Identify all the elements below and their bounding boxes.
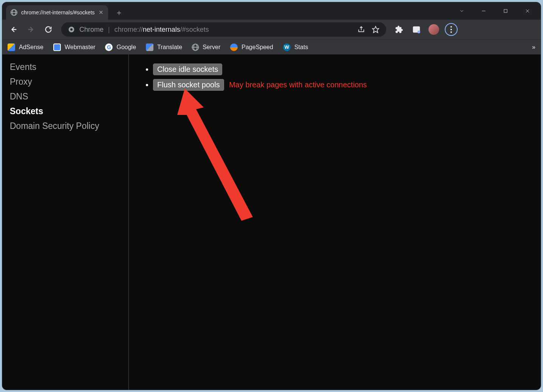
omnibox-label: Chrome xyxy=(79,26,104,34)
back-button[interactable] xyxy=(6,22,21,37)
list-item: Close idle sockets xyxy=(153,64,526,75)
address-bar[interactable]: Chrome | chrome://net-internals/#sockets xyxy=(61,22,386,37)
sidebar-item-domain-security[interactable]: Domain Security Policy xyxy=(2,119,128,133)
adsense-icon xyxy=(8,43,15,51)
socket-actions-list: Close idle sockets Flush socket pools Ma… xyxy=(144,64,526,91)
maximize-button[interactable] xyxy=(495,3,517,19)
bookmark-adsense[interactable]: AdSense xyxy=(8,43,43,51)
reload-button[interactable] xyxy=(41,22,56,37)
flush-warning-text: May break pages with active connections xyxy=(229,81,367,89)
share-icon[interactable] xyxy=(357,26,365,33)
bookmark-stats[interactable]: W Stats xyxy=(283,43,308,51)
svg-marker-12 xyxy=(177,88,253,221)
webmaster-icon xyxy=(53,43,61,51)
bookmark-star-icon[interactable] xyxy=(372,26,379,33)
new-tab-button[interactable]: ＋ xyxy=(113,7,125,18)
toolbar: Chrome | chrome://net-internals/#sockets xyxy=(2,20,541,39)
google-icon: G xyxy=(105,43,113,51)
net-internals-sidebar: Events Proxy DNS Sockets Domain Security… xyxy=(2,54,129,390)
sidebar-item-events[interactable]: Events xyxy=(2,60,128,74)
browser-window: chrome://net-internals/#sockets ✕ ＋ xyxy=(2,2,541,390)
bookmark-google[interactable]: G Google xyxy=(105,43,136,51)
globe-icon xyxy=(11,9,17,16)
page-content: Events Proxy DNS Sockets Domain Security… xyxy=(2,54,541,390)
wordpress-icon: W xyxy=(283,43,291,51)
svg-point-7 xyxy=(70,28,73,31)
omnibox-url: chrome://net-internals/#sockets xyxy=(114,26,209,34)
url-path: /#sockets xyxy=(180,26,209,33)
bookmark-webmaster[interactable]: Webmaster xyxy=(53,43,96,51)
bookmark-label: Server xyxy=(203,44,220,51)
sidebar-item-proxy[interactable]: Proxy xyxy=(2,74,128,89)
flush-socket-pools-button[interactable]: Flush socket pools xyxy=(153,79,224,91)
main-panel: Close idle sockets Flush socket pools Ma… xyxy=(129,54,541,390)
svg-marker-8 xyxy=(373,26,379,33)
sidepanel-icon[interactable] xyxy=(409,22,424,37)
svg-rect-1 xyxy=(504,9,507,12)
menu-button[interactable] xyxy=(444,22,459,37)
browser-tab[interactable]: chrome://net-internals/#sockets ✕ xyxy=(6,5,108,20)
tab-strip: chrome://net-internals/#sockets ✕ ＋ xyxy=(2,2,541,20)
sidebar-item-dns[interactable]: DNS xyxy=(2,89,128,104)
annotation-arrow-icon xyxy=(170,88,268,225)
close-idle-sockets-button[interactable]: Close idle sockets xyxy=(153,64,222,75)
tab-search-button[interactable] xyxy=(451,3,473,19)
pagespeed-icon xyxy=(230,43,238,51)
tab-title: chrome://net-internals/#sockets xyxy=(21,9,95,15)
close-window-button[interactable] xyxy=(517,3,538,19)
bookmark-translate[interactable]: Translate xyxy=(146,43,182,51)
omnibox-separator: | xyxy=(108,26,110,34)
bookmark-label: Stats xyxy=(294,44,308,51)
server-icon xyxy=(192,43,199,51)
chrome-icon xyxy=(68,26,75,33)
forward-button[interactable] xyxy=(23,22,39,37)
bookmarks-overflow-icon[interactable]: » xyxy=(532,44,535,51)
bookmark-pagespeed[interactable]: PageSpeed xyxy=(230,43,273,51)
sidebar-item-sockets[interactable]: Sockets xyxy=(2,104,128,119)
bookmark-label: Webmaster xyxy=(65,44,96,51)
omnibox-actions xyxy=(357,26,379,33)
url-scheme: chrome:// xyxy=(114,26,143,33)
close-tab-icon[interactable]: ✕ xyxy=(99,9,104,16)
window-controls xyxy=(451,2,541,20)
svg-point-11 xyxy=(418,31,420,33)
profile-avatar[interactable] xyxy=(426,22,441,37)
url-host: net-internals xyxy=(143,26,180,33)
minimize-button[interactable] xyxy=(473,3,495,19)
bookmark-label: AdSense xyxy=(19,44,43,51)
translate-icon xyxy=(146,43,153,51)
bookmark-label: Google xyxy=(116,44,136,51)
bookmark-label: Translate xyxy=(157,44,182,51)
bookmark-label: PageSpeed xyxy=(241,44,273,51)
bookmarks-bar: AdSense Webmaster G Google Translate Ser… xyxy=(2,39,541,54)
bookmark-server[interactable]: Server xyxy=(192,44,220,51)
list-item: Flush socket pools May break pages with … xyxy=(153,79,526,91)
extensions-icon[interactable] xyxy=(391,22,407,37)
